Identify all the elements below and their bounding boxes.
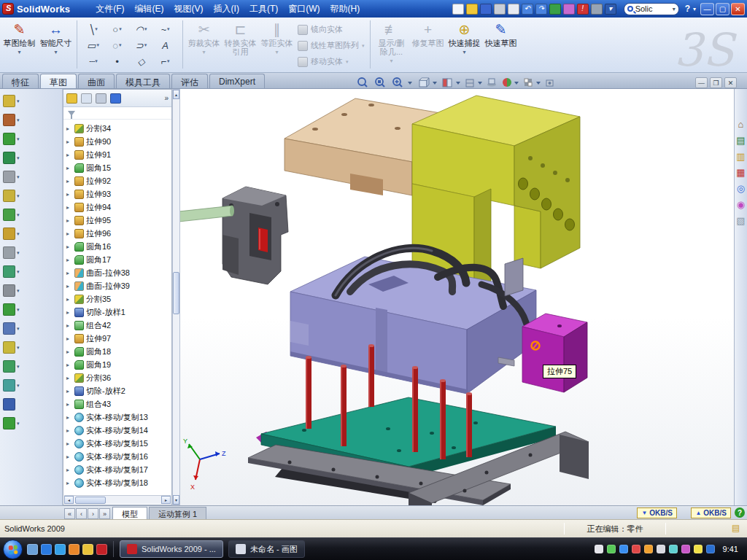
trim-tool-icon[interactable] xyxy=(3,341,62,354)
search-dropdown-icon[interactable]: ▾ xyxy=(673,6,676,12)
toolbar-dropdown-icon[interactable]: ▾ xyxy=(605,4,616,15)
expand-arrow-icon[interactable] xyxy=(66,480,72,486)
tree-item[interactable]: 实体-移动/复制14 xyxy=(65,424,170,437)
tree-item[interactable]: 分割36 xyxy=(65,371,170,384)
taskbar-clock[interactable]: 9:41 xyxy=(723,545,738,553)
dropdown-icon[interactable] xyxy=(456,82,460,85)
loft-tool-icon[interactable] xyxy=(3,360,62,373)
new-document-icon[interactable] xyxy=(452,4,464,15)
rebuild-icon[interactable] xyxy=(549,4,561,15)
messenger-icon[interactable] xyxy=(607,545,616,553)
tree-item[interactable]: 圆角17 xyxy=(65,253,170,266)
scroll-left-icon[interactable]: ◂ xyxy=(64,496,74,504)
spline-icon[interactable]: ~ xyxy=(153,21,177,37)
file-explorer-icon[interactable]: ▥ xyxy=(736,152,745,161)
language-icon[interactable] xyxy=(706,545,715,553)
expand-arrow-icon[interactable] xyxy=(66,309,72,316)
display-style-icon[interactable] xyxy=(466,79,473,87)
task-solidworks[interactable]: SolidWorks 2009 - ... xyxy=(120,540,223,558)
tree-item[interactable]: 圆角19 xyxy=(65,358,170,371)
commandmanager-tab[interactable]: 草图 xyxy=(40,74,77,88)
display-delete-relations-button[interactable]: ≢ 显示/删除几... xyxy=(374,20,409,69)
expand-arrow-icon[interactable] xyxy=(66,467,72,473)
commandmanager-tab[interactable]: 曲面 xyxy=(78,74,115,88)
help-button[interactable]: ? xyxy=(685,4,690,14)
expand-arrow-icon[interactable] xyxy=(66,204,72,211)
open-icon[interactable] xyxy=(466,4,478,15)
tree-item[interactable]: 分割34 xyxy=(65,122,170,135)
shell-tool-icon[interactable] xyxy=(3,228,62,240)
tree-item[interactable]: 拉伸97 xyxy=(65,332,170,345)
tree-item[interactable]: 曲面-拉伸38 xyxy=(65,266,170,279)
circle-icon[interactable]: ○ xyxy=(105,21,129,37)
expand-arrow-icon[interactable] xyxy=(66,217,72,224)
scene-icon[interactable] xyxy=(525,79,532,86)
commandmanager-tab[interactable]: 评估 xyxy=(171,74,208,88)
tree-vertical-scrollbar[interactable]: ▴ ▾ xyxy=(172,89,180,505)
draft-tool-icon[interactable] xyxy=(3,284,62,297)
tree-item[interactable]: 圆角18 xyxy=(65,345,170,358)
dropdown-icon[interactable] xyxy=(408,82,412,85)
menu-item[interactable]: 插入(I) xyxy=(209,1,244,18)
expand-arrow-icon[interactable] xyxy=(66,244,72,250)
scrollbar-thumb[interactable] xyxy=(75,497,106,504)
tree-item[interactable]: 拉伸96 xyxy=(65,227,170,240)
expand-arrow-icon[interactable] xyxy=(66,230,72,237)
fillet-tool-icon[interactable] xyxy=(3,209,62,221)
power-icon[interactable] xyxy=(694,545,703,553)
gray-clamp[interactable] xyxy=(222,187,288,284)
mirror-tool-icon[interactable] xyxy=(3,246,62,259)
alert-icon[interactable]: ! xyxy=(577,4,589,15)
view-orientation-icon[interactable] xyxy=(419,78,429,87)
toolbox-icon[interactable]: ▦ xyxy=(736,168,745,177)
next-tab-button[interactable]: › xyxy=(88,508,98,519)
smart-dimension-button[interactable]: ↔ 智能尺寸 xyxy=(39,20,73,69)
extrude-tool-icon[interactable] xyxy=(3,152,62,164)
expand-arrow-icon[interactable] xyxy=(66,125,72,132)
yellow-bracket[interactable] xyxy=(412,96,580,290)
linear-sketch-pattern-button[interactable]: 线性草图阵列 xyxy=(296,38,366,53)
window-switcher-icon[interactable] xyxy=(41,544,52,555)
expand-arrow-icon[interactable] xyxy=(66,427,72,434)
tree-item[interactable]: 实体-移动/复制16 xyxy=(65,450,170,463)
expand-arrow-icon[interactable] xyxy=(66,414,72,421)
doc-close-button[interactable]: ✕ xyxy=(724,77,737,88)
reference-geometry-icon[interactable] xyxy=(3,190,62,202)
document-tab[interactable]: 模型 xyxy=(112,507,147,519)
undo-icon[interactable]: ↶ xyxy=(522,4,533,15)
scroll-right-icon[interactable]: ▸ xyxy=(161,496,171,504)
quick-snaps-button[interactable]: ⊕ 快速捕捉 xyxy=(447,20,481,69)
graphics-icon[interactable] xyxy=(681,545,690,553)
propertymanager-tab-icon[interactable] xyxy=(81,93,92,104)
tree-item[interactable]: 圆角16 xyxy=(65,240,170,253)
search-box[interactable]: ▾ xyxy=(624,3,679,15)
sketch-fillet-icon[interactable]: ⌐ xyxy=(153,53,177,69)
doc-restore-button[interactable]: ❐ xyxy=(710,77,722,88)
rib-tool-icon[interactable] xyxy=(3,265,62,278)
appearances-icon[interactable]: ◉ xyxy=(737,200,745,209)
last-tab-button[interactable]: » xyxy=(99,508,110,519)
rectangle-icon[interactable]: ▭ xyxy=(81,37,105,53)
expand-arrow-icon[interactable] xyxy=(66,165,72,171)
tree-item[interactable]: 圆角15 xyxy=(65,161,170,174)
scrollbar-thumb[interactable] xyxy=(173,272,179,314)
start-button[interactable] xyxy=(3,540,23,559)
commandmanager-tab[interactable]: DimXpert xyxy=(209,74,265,88)
im-icon[interactable] xyxy=(669,545,678,553)
expand-arrow-icon[interactable] xyxy=(66,375,72,381)
task-paint[interactable]: 未命名 - 画图 xyxy=(228,540,305,558)
sketch-flyout-icon[interactable] xyxy=(3,95,62,107)
solidworks-quicklaunch-icon[interactable] xyxy=(96,544,107,555)
search-icon[interactable]: ◎ xyxy=(737,184,745,193)
convert-entities-button[interactable]: ⊏ 转换实体引用 xyxy=(223,20,258,69)
document-tab[interactable]: 运动算例 1 xyxy=(149,507,206,519)
zoom-area-icon[interactable] xyxy=(376,78,384,87)
tree-item[interactable]: 曲面-拉伸39 xyxy=(65,279,170,292)
expand-arrow-icon[interactable] xyxy=(66,349,72,355)
tree-item[interactable]: 实体-移动/复制13 xyxy=(65,411,170,424)
net-help-icon[interactable] xyxy=(735,508,745,518)
pen-input-icon[interactable] xyxy=(595,545,603,553)
title-dropdown-icon[interactable]: ▾ xyxy=(693,6,696,12)
filter-funnel-icon[interactable] xyxy=(68,111,75,116)
tree-item[interactable]: 实体-移动/复制15 xyxy=(65,437,170,450)
